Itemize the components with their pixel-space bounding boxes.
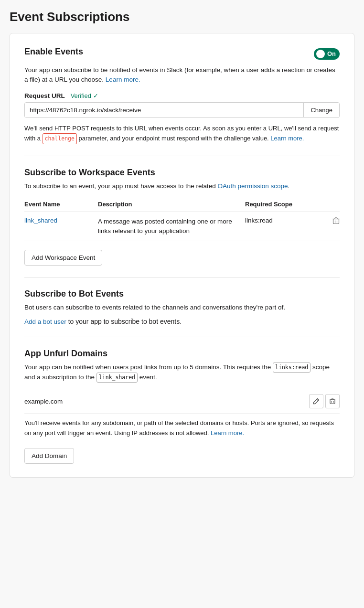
- bot-events-title: Subscribe to Bot Events: [24, 289, 340, 299]
- domain-actions: [309, 394, 340, 408]
- edit-domain-button[interactable]: [309, 394, 323, 408]
- enable-events-title: Enable Events: [24, 47, 83, 57]
- request-url-input[interactable]: [25, 103, 303, 117]
- delete-domain-button[interactable]: [325, 394, 340, 408]
- pencil-icon: [313, 398, 320, 405]
- http-note: We'll send HTTP POST requests to this UR…: [24, 124, 340, 144]
- event-description-cell: A message was posted containing one or m…: [98, 212, 245, 241]
- event-name-cell: link_shared: [24, 212, 98, 241]
- event-delete-cell: [319, 212, 340, 241]
- main-card: Enable Events On Your app can subscribe …: [10, 33, 354, 478]
- svg-rect-0: [333, 219, 339, 224]
- http-learn-more-link[interactable]: Learn more.: [270, 135, 304, 142]
- unfurl-domains-section: App Unfurl Domains Your app can be notif…: [24, 337, 340, 464]
- verified-badge: Verified ✓: [71, 92, 98, 99]
- col-description: Description: [98, 198, 245, 212]
- table-body: link_shared A message was posted contain…: [24, 212, 340, 241]
- trash-icon: [329, 398, 336, 405]
- table-row: link_shared A message was posted contain…: [24, 212, 340, 241]
- col-event-name: Event Name: [24, 198, 98, 212]
- workspace-events-description: To subscribe to an event, your app must …: [24, 181, 340, 191]
- workspace-events-title: Subscribe to Workspace Events: [24, 168, 340, 178]
- add-domain-button[interactable]: Add Domain: [24, 448, 74, 464]
- event-scope-cell: links:read: [245, 212, 319, 241]
- links-read-badge: links:read: [273, 363, 310, 373]
- unfurl-note: You'll receive events for any subdomain,…: [24, 418, 340, 438]
- workspace-events-section: Subscribe to Workspace Events To subscri…: [24, 156, 340, 266]
- unfurl-domains-title: App Unfurl Domains: [24, 349, 340, 359]
- svg-rect-8: [330, 400, 335, 404]
- enable-events-toggle[interactable]: On: [314, 48, 340, 60]
- workspace-events-table: Event Name Description Required Scope li…: [24, 198, 340, 242]
- change-url-button[interactable]: Change: [303, 103, 339, 117]
- table-header-row: Event Name Description Required Scope: [24, 198, 340, 212]
- table-head: Event Name Description Required Scope: [24, 198, 340, 212]
- bot-events-description: Bot users can subscribe to events relate…: [24, 303, 340, 312]
- enable-events-description: Your app can subscribe to be notified of…: [24, 65, 340, 85]
- add-workspace-event-button[interactable]: Add Workspace Event: [24, 250, 102, 266]
- enable-events-section: Enable Events On Your app can subscribe …: [24, 47, 340, 144]
- challenge-code-badge: challenge: [43, 133, 77, 144]
- domain-name: example.com: [24, 398, 63, 405]
- toggle-knob: [316, 50, 325, 58]
- link-shared-badge: link_shared: [96, 373, 138, 383]
- request-url-label: Request URL: [24, 92, 65, 99]
- unfurl-domains-description: Your app can be notified when users post…: [24, 363, 340, 383]
- request-url-label-row: Request URL Verified ✓: [24, 92, 340, 99]
- oauth-scope-link[interactable]: OAuth permission scope: [218, 182, 288, 190]
- col-required-scope: Required Scope: [245, 198, 319, 212]
- add-bot-user-paragraph: Add a bot user to your app to subscribe …: [24, 318, 340, 325]
- unfurl-learn-more-link[interactable]: Learn more.: [211, 429, 244, 437]
- delete-event-icon[interactable]: [332, 218, 340, 226]
- url-input-row: Change: [24, 102, 340, 118]
- domain-row: example.com: [24, 389, 340, 414]
- toggle-container: On: [314, 48, 340, 60]
- toggle-label: On: [327, 50, 336, 57]
- page-title: Event Subscriptions: [10, 10, 354, 24]
- add-bot-user-link[interactable]: Add a bot user: [24, 318, 66, 325]
- col-actions: [319, 198, 340, 212]
- enable-header: Enable Events On: [24, 47, 340, 61]
- bot-events-section: Subscribe to Bot Events Bot users can su…: [24, 277, 340, 325]
- enable-events-learn-more-link[interactable]: Learn more.: [106, 76, 140, 83]
